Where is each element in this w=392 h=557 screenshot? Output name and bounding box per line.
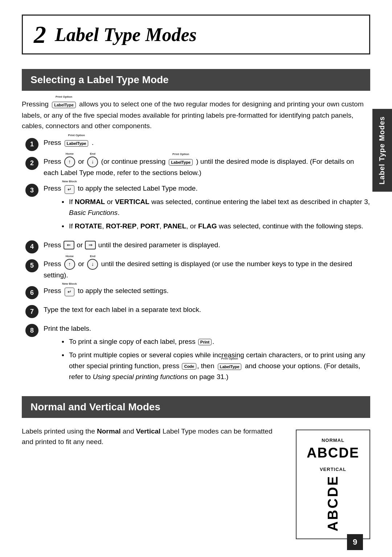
step2-key1-wrapper: Home ↑ [64,156,75,167]
vertical-chars: ABCDE [325,475,341,531]
steps-container: 1 Press Print Option LabelType . 2 Press… [25,137,370,385]
code-key: Code [182,363,196,370]
page-container: Label Type Modes 2 Label Type Modes Sele… [0,0,392,557]
step8-labeltype-wrapper: Print Option LabelType [217,361,242,371]
step-6-content: Press New Block ↵ to apply the selected … [44,285,370,297]
vertical-text-container: ABCDE [307,475,359,531]
step3-bullets: If NORMAL or VERTICAL was selected, cont… [62,196,370,231]
labeltype-key: LabelType [52,102,76,108]
step2-key3-wrapper: Print Option LabelType [168,156,193,167]
step-4: 4 Press ⇐ or ⇒ until the desired paramet… [25,240,370,253]
chapter-title: Label Type Modes [55,24,197,45]
step-number-5: 5 [25,259,38,272]
normal-text: ABCDE [307,445,359,461]
step-3-content: Press New Block ↵ to apply the selected … [44,183,370,234]
step-5-content: Press Home ↑ or End ↓ until the desired … [44,259,370,281]
step-8: 8 Print the labels. To print a single co… [25,323,370,385]
print-key: Print [198,339,212,345]
section2-content: NORMAL ABCDE VERTICAL ABCDE Labels print… [22,426,370,539]
step-4-content: Press ⇐ or ⇒ until the desired parameter… [44,240,370,250]
step4-right-arrow: ⇒ [85,241,96,249]
step1-key-wrapper: Print Option LabelType [64,138,89,148]
mode-illustration: NORMAL ABCDE VERTICAL ABCDE [296,430,370,539]
step-2: 2 Press Home ↑ or End ↓ (or continue pre… [25,156,370,178]
sidebar-tab: Label Type Modes [372,109,392,192]
step-number-7: 7 [25,305,38,318]
step-1: 1 Press Print Option LabelType . [25,137,370,151]
vertical-label: VERTICAL [307,467,359,472]
step8-bullet-2: To print multiple copies or several copi… [62,350,370,382]
step2-key2-wrapper: End ↓ [87,156,98,167]
step2-labeltype-key: LabelType [169,159,193,166]
section2-title: Normal and Vertical Modes [30,401,160,412]
step2-down-arrow: ↓ [87,156,98,167]
step-number-1: 1 [25,138,38,151]
section1-title: Selecting a Label Type Mode [30,74,169,85]
step5-up-arrow: ↑ [64,259,75,270]
step-1-content: Press Print Option LabelType . [44,137,370,149]
step-3: 3 Press New Block ↵ to apply the selecte… [25,183,370,234]
step-7-content: Type the text for each label in a separa… [44,304,370,315]
chapter-number: 2 [34,22,46,47]
step5-key1-wrapper: Home ↑ [64,259,75,270]
step-number-8: 8 [25,324,38,337]
step-2-content: Press Home ↑ or End ↓ (or continue press… [44,156,370,178]
step3-bullet-2: If ROTATE, ROT-REP, PORT, PANEL, or FLAG… [62,221,370,231]
step-number-6: 6 [25,286,38,299]
step8-bullet-1: To print a single copy of each label, pr… [62,336,370,347]
sidebar-label: Label Type Modes [378,116,386,184]
normal-label: NORMAL [307,438,359,443]
step4-left-arrow: ⇐ [64,241,74,249]
page-number: 9 [347,534,363,550]
step3-key-wrapper: New Block ↵ [64,184,75,194]
step2-up-arrow: ↑ [64,156,75,167]
step-7: 7 Type the text for each label in a sepa… [25,304,370,318]
step1-labeltype-key: LabelType [65,140,89,147]
step3-return-key: ↵ [65,185,74,194]
step-number-3: 3 [25,184,38,197]
step-5: 5 Press Home ↑ or End ↓ until the desire… [25,259,370,281]
step-number-4: 4 [25,240,38,253]
step6-return-key: ↵ [65,288,74,296]
step6-key-wrapper: New Block ↵ [64,286,75,297]
step-8-content: Print the labels. To print a single copy… [44,323,370,385]
step5-key2-wrapper: End ↓ [87,259,98,270]
section1-header: Selecting a Label Type Mode [22,69,370,91]
step8-labeltype-key: LabelType [218,363,242,370]
step-number-2: 2 [25,157,38,170]
section1-intro: Pressing Print Option LabelType allows y… [22,99,370,131]
labeltype-key-wrapper: Print Option LabelType [51,99,77,110]
step8-bullets: To print a single copy of each label, pr… [62,336,370,382]
section2-header: Normal and Vertical Modes [22,396,370,418]
chapter-heading: 2 Label Type Modes [22,15,370,54]
pressing-text: Pressing [22,100,50,108]
step-6: 6 Press New Block ↵ to apply the selecte… [25,285,370,299]
step3-bullet-1: If NORMAL or VERTICAL was selected, cont… [62,196,370,218]
step5-down-arrow: ↓ [87,259,98,270]
